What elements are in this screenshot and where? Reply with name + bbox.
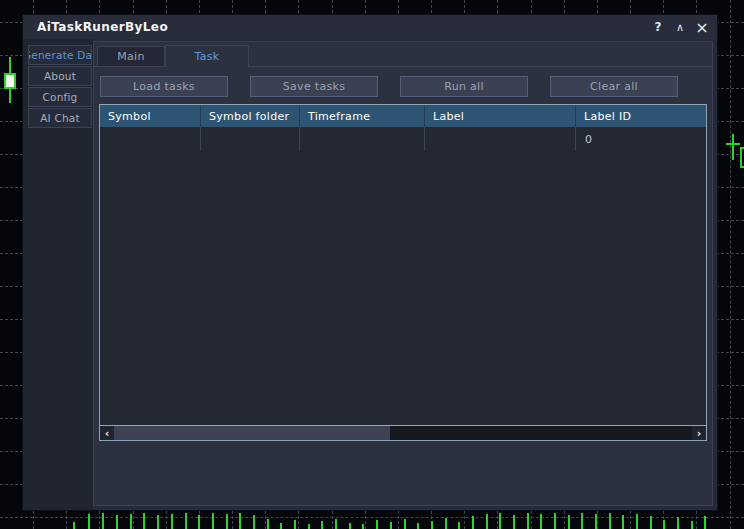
volume-tick <box>335 519 337 529</box>
table-empty-area <box>100 151 706 425</box>
volume-tick <box>73 522 75 529</box>
column-header-symbol-folder[interactable]: Symbol folder <box>201 105 300 127</box>
toolbar: Load tasks Save tasks Run all Clear all <box>100 76 678 97</box>
volume-tick <box>554 513 556 529</box>
column-header-timeframe[interactable]: Timeframe <box>300 105 425 127</box>
volume-tick <box>226 514 228 529</box>
cell-label[interactable] <box>425 127 576 151</box>
volume-tick <box>458 522 460 529</box>
tab-strip: Main Task <box>94 45 712 67</box>
cell-label-id[interactable]: 0 <box>576 127 706 151</box>
volume-tick <box>404 519 406 529</box>
load-tasks-button[interactable]: Load tasks <box>100 76 228 97</box>
grid-line-v <box>730 0 731 529</box>
app-window: AiTaskRunerByLeo ? ∧ × Generate Data Abo… <box>22 14 718 511</box>
volume-tick <box>445 518 447 529</box>
volume-tick <box>513 515 515 529</box>
candlestick-body <box>4 73 16 89</box>
chevron-up-icon: ∧ <box>676 21 684 34</box>
volume-tick <box>704 516 706 529</box>
volume-tick <box>568 515 570 529</box>
tab-task[interactable]: Task <box>165 45 249 67</box>
window-titlebar[interactable]: AiTaskRunerByLeo ? ∧ × <box>23 15 717 39</box>
column-header-label-id[interactable]: Label ID <box>576 105 706 127</box>
tab-page: Main Task Load tasks Save tasks Run all … <box>93 41 713 506</box>
doji-wick <box>732 134 734 160</box>
sidebar-item-config[interactable]: Config <box>28 87 92 107</box>
cell-symbol-folder[interactable] <box>201 127 300 151</box>
volume-tick <box>116 515 118 529</box>
run-all-button[interactable]: Run all <box>400 76 528 97</box>
volume-tick <box>376 520 378 529</box>
volume-tick <box>321 521 323 529</box>
volume-tick <box>239 513 241 529</box>
collapse-button[interactable]: ∧ <box>669 15 691 39</box>
volume-tick <box>171 514 173 529</box>
volume-tick <box>267 519 269 529</box>
column-header-symbol[interactable]: Symbol <box>100 105 201 127</box>
close-icon: × <box>695 18 708 37</box>
volume-tick <box>143 513 145 529</box>
horizontal-scrollbar[interactable]: ‹ › <box>100 425 706 440</box>
volume-tick <box>677 517 679 529</box>
sidebar-item-about[interactable]: About <box>28 66 92 86</box>
volume-tick <box>280 523 282 529</box>
chevron-left-icon: ‹ <box>105 428 110 439</box>
help-icon: ? <box>655 20 662 34</box>
candlestick-body-clipped <box>740 147 744 168</box>
window-controls: ? ∧ × <box>647 15 713 39</box>
sidebar: Generate Data About Config AI Chat <box>23 39 93 510</box>
volume-tick <box>663 520 665 529</box>
sidebar-item-ai-chat[interactable]: AI Chat <box>28 108 92 128</box>
volume-tick <box>349 523 351 529</box>
close-button[interactable]: × <box>691 15 713 39</box>
volume-tick <box>308 524 310 529</box>
volume-tick <box>157 515 159 529</box>
column-header-label[interactable]: Label <box>425 105 576 127</box>
volume-tick <box>609 513 611 529</box>
doji-open-close-bar <box>726 143 740 145</box>
volume-tick <box>499 513 501 529</box>
volume-tick <box>595 514 597 529</box>
volume-tick <box>486 514 488 529</box>
help-button[interactable]: ? <box>647 15 669 39</box>
volume-tick <box>581 513 583 529</box>
volume-tick <box>636 514 638 529</box>
volume-tick <box>362 524 364 529</box>
scroll-left-button[interactable]: ‹ <box>100 426 114 440</box>
volume-tick <box>130 514 132 529</box>
table-row[interactable]: 0 <box>100 127 706 151</box>
volume-tick <box>294 520 296 529</box>
volume-tick <box>650 516 652 529</box>
sidebar-item-generate-data[interactable]: Generate Data <box>28 45 92 65</box>
table-header-row: Symbol Symbol folder Timeframe Label Lab… <box>100 105 706 127</box>
window-title: AiTaskRunerByLeo <box>37 20 168 34</box>
scrollbar-thumb[interactable] <box>114 426 390 440</box>
volume-tick <box>198 515 200 529</box>
volume-tick <box>88 514 90 529</box>
volume-tick <box>540 514 542 529</box>
cell-timeframe[interactable] <box>300 127 425 151</box>
scroll-right-button[interactable]: › <box>692 426 706 440</box>
clear-all-button[interactable]: Clear all <box>550 76 678 97</box>
volume-tick <box>472 516 474 529</box>
volume-tick <box>691 521 693 529</box>
volume-tick <box>102 513 104 529</box>
save-tasks-button[interactable]: Save tasks <box>250 76 378 97</box>
trading-chart-background: AiTaskRunerByLeo ? ∧ × Generate Data Abo… <box>0 0 744 529</box>
tasks-table: Symbol Symbol folder Timeframe Label Lab… <box>99 104 707 441</box>
volume-tick <box>253 515 255 529</box>
volume-tick <box>417 523 419 529</box>
volume-tick <box>212 513 214 529</box>
volume-tick <box>390 522 392 529</box>
volume-tick <box>431 521 433 529</box>
cell-symbol[interactable] <box>100 127 201 151</box>
volume-tick <box>185 513 187 529</box>
scrollbar-track[interactable] <box>114 426 692 440</box>
volume-tick <box>622 515 624 529</box>
volume-tick <box>527 513 529 529</box>
grid-line-h <box>0 517 744 518</box>
tab-main[interactable]: Main <box>97 46 165 66</box>
chevron-right-icon: › <box>697 428 702 439</box>
